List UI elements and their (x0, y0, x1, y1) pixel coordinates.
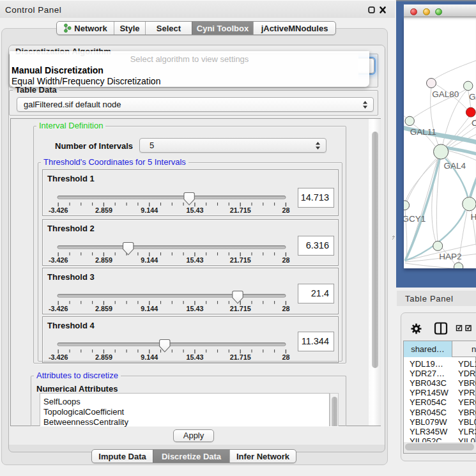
svg-text:GA: GA (469, 92, 476, 102)
svg-text:GAL80: GAL80 (432, 89, 459, 99)
svg-text:GAL4: GAL4 (444, 161, 466, 171)
svg-text:H: H (470, 212, 476, 222)
svg-text:HAP2: HAP2 (439, 252, 461, 261)
svg-text:GCY1: GCY1 (404, 214, 426, 224)
svg-text:GAL11: GAL11 (410, 127, 436, 137)
svg-text:C: C (472, 118, 476, 128)
